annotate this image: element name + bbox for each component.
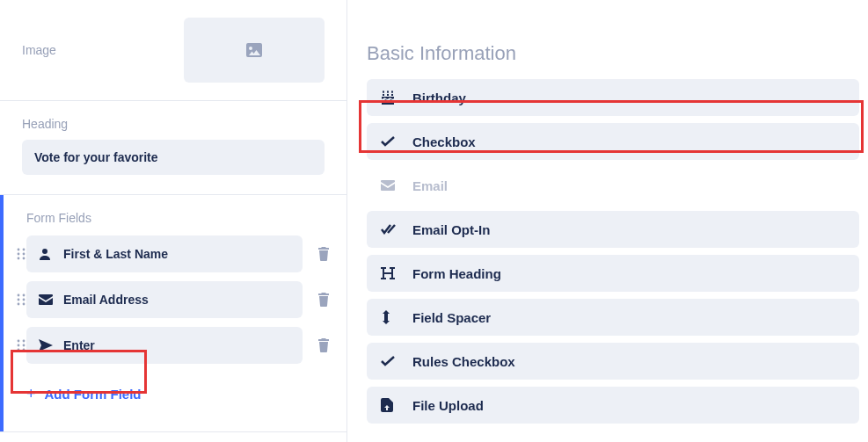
heading-input[interactable] bbox=[22, 140, 325, 175]
envelope-icon bbox=[39, 294, 58, 305]
check-icon bbox=[381, 136, 405, 147]
form-fields-label: Form Fields bbox=[26, 211, 338, 225]
svg-point-7 bbox=[18, 294, 20, 297]
svg-point-2 bbox=[18, 253, 20, 256]
drag-handle-icon[interactable] bbox=[0, 248, 26, 260]
svg-point-4 bbox=[18, 257, 20, 260]
type-email-optin[interactable]: Email Opt-In bbox=[367, 211, 859, 248]
add-form-field-button[interactable]: + Add Form Field bbox=[14, 373, 329, 416]
svg-point-17 bbox=[18, 349, 20, 351]
image-label: Image bbox=[22, 43, 56, 57]
heading-icon bbox=[381, 267, 405, 279]
field-label: First & Last Name bbox=[63, 247, 168, 261]
cake-icon bbox=[381, 91, 405, 105]
image-placeholder[interactable] bbox=[184, 18, 325, 83]
type-form-heading[interactable]: Form Heading bbox=[367, 255, 859, 292]
field-row: First & Last Name bbox=[0, 235, 338, 272]
svg-point-10 bbox=[23, 299, 26, 301]
file-icon bbox=[381, 398, 405, 412]
drag-handle-icon[interactable] bbox=[0, 339, 26, 351]
envelope-icon bbox=[381, 180, 405, 191]
type-checkbox[interactable]: Checkbox bbox=[367, 123, 859, 160]
section-accent bbox=[0, 195, 4, 431]
svg-point-3 bbox=[23, 253, 26, 256]
svg-point-14 bbox=[23, 340, 26, 343]
svg-point-18 bbox=[23, 349, 26, 351]
field-row: Enter bbox=[0, 327, 338, 364]
svg-point-13 bbox=[18, 340, 20, 343]
heading-label: Heading bbox=[22, 117, 325, 131]
basic-information-title: Basic Information bbox=[367, 42, 859, 65]
type-label: File Upload bbox=[412, 398, 484, 413]
delete-button[interactable] bbox=[310, 293, 338, 307]
user-icon bbox=[39, 248, 58, 260]
svg-point-5 bbox=[23, 257, 26, 260]
svg-point-0 bbox=[18, 249, 20, 251]
type-file-upload[interactable]: File Upload bbox=[367, 387, 859, 424]
type-field-spacer[interactable]: Field Spacer bbox=[367, 299, 859, 336]
field-label: Email Address bbox=[63, 293, 149, 307]
check-icon bbox=[381, 356, 405, 366]
type-label: Form Heading bbox=[412, 266, 501, 281]
svg-point-8 bbox=[23, 294, 26, 297]
add-form-field-label: Add Form Field bbox=[45, 387, 142, 402]
left-panel: Image Heading Form Fields First & Last N… bbox=[0, 0, 347, 442]
svg-point-9 bbox=[18, 299, 20, 301]
spacer-icon bbox=[381, 310, 405, 324]
svg-point-16 bbox=[23, 344, 26, 347]
type-label: Checkbox bbox=[412, 134, 476, 149]
image-section: Image bbox=[0, 0, 346, 101]
plus-icon: + bbox=[26, 385, 36, 403]
doublecheck-icon bbox=[381, 224, 405, 235]
drag-handle-icon[interactable] bbox=[0, 293, 26, 306]
svg-point-1 bbox=[23, 249, 26, 251]
right-panel: Basic Information Birthday Checkbox Emai… bbox=[347, 0, 868, 442]
type-rules-checkbox[interactable]: Rules Checkbox bbox=[367, 343, 859, 380]
field-enter[interactable]: Enter bbox=[26, 327, 303, 364]
field-email[interactable]: Email Address bbox=[26, 281, 303, 318]
field-type-list: Birthday Checkbox Email Email Opt-In For bbox=[367, 79, 859, 442]
delete-button[interactable] bbox=[310, 338, 338, 352]
svg-point-6 bbox=[42, 249, 47, 254]
form-fields-section: Form Fields First & Last Name bbox=[0, 195, 346, 432]
svg-point-15 bbox=[18, 344, 20, 347]
type-first-last-name: First & Last Name bbox=[367, 431, 859, 442]
type-birthday[interactable]: Birthday bbox=[367, 79, 859, 116]
type-label: Birthday bbox=[412, 91, 466, 105]
field-label: Enter bbox=[63, 338, 95, 352]
field-row: Email Address bbox=[0, 281, 338, 318]
type-email: Email bbox=[367, 167, 859, 204]
type-label: Email Opt-In bbox=[412, 222, 490, 237]
type-label: Email bbox=[412, 178, 448, 193]
send-icon bbox=[39, 339, 58, 351]
field-name[interactable]: First & Last Name bbox=[26, 235, 303, 272]
type-label: Rules Checkbox bbox=[412, 354, 515, 369]
svg-point-11 bbox=[18, 303, 20, 306]
heading-section: Heading bbox=[0, 101, 346, 195]
svg-point-12 bbox=[23, 303, 26, 306]
image-icon bbox=[246, 43, 262, 57]
delete-button[interactable] bbox=[310, 247, 338, 261]
type-label: Field Spacer bbox=[412, 310, 491, 325]
